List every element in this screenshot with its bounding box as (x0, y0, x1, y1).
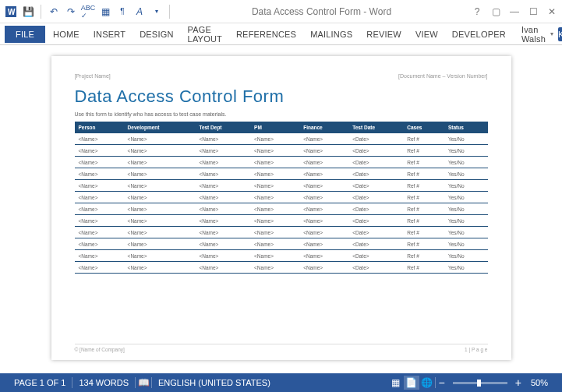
table-cell: <Date> (348, 250, 403, 262)
table-cell: Ref # (403, 180, 444, 192)
table-cell: Yes/No (444, 168, 488, 180)
table-cell: <Name> (250, 262, 299, 274)
table-cell: <Name> (75, 227, 124, 238)
qat-dropdown-icon[interactable]: ▾ (150, 5, 163, 18)
table-cell: <Name> (299, 262, 348, 274)
word-icon[interactable]: W (5, 5, 17, 18)
styles-icon[interactable]: ¶ (116, 5, 129, 18)
tab-review[interactable]: REVIEW (360, 26, 408, 43)
table-cell: <Name> (250, 250, 299, 262)
table-cell: <Name> (75, 180, 124, 192)
table-cell: <Date> (348, 238, 403, 250)
tab-file[interactable]: FILE (5, 26, 45, 43)
zoom-in-button[interactable]: + (512, 376, 525, 389)
close-icon[interactable]: ✕ (546, 6, 557, 17)
tab-view[interactable]: VIEW (409, 26, 444, 43)
table-cell: <Name> (124, 262, 196, 274)
col-header: Cases (403, 122, 444, 133)
table-cell: <Name> (195, 215, 250, 227)
table-row: <Name><Name><Name><Name><Name><Date>Ref … (75, 238, 488, 250)
table-cell: Yes/No (444, 215, 488, 227)
table-cell: <Date> (348, 157, 403, 168)
ribbon-options-icon[interactable]: ▢ (490, 6, 501, 17)
table-cell: Yes/No (444, 203, 488, 215)
minimize-icon[interactable]: — (509, 6, 520, 17)
quick-access-toolbar: W 💾 ↶ ↷ ABC✓ ▦ ¶ A ▾ (5, 5, 171, 19)
status-page[interactable]: PAGE 1 OF 1 (8, 378, 72, 387)
table-cell: <Name> (250, 203, 299, 215)
tab-design[interactable]: DESIGN (133, 26, 179, 43)
table-cell: <Name> (75, 215, 124, 227)
tab-developer[interactable]: DEVELOPER (446, 26, 512, 43)
redo-icon[interactable]: ↷ (65, 5, 77, 18)
col-header: Test Date (348, 122, 403, 133)
web-layout-icon[interactable]: 🌐 (419, 376, 435, 390)
table-cell: <Date> (348, 133, 403, 145)
undo-icon[interactable]: ↶ (48, 5, 60, 18)
table-cell: <Name> (195, 203, 250, 215)
table-cell: Ref # (403, 168, 444, 180)
col-header: Finance (299, 122, 348, 133)
table-cell: Yes/No (444, 227, 488, 238)
table-cell: Ref # (403, 192, 444, 203)
table-row: <Name><Name><Name><Name><Name><Date>Ref … (75, 192, 488, 203)
tab-page-layout[interactable]: PAGE LAYOUT (182, 21, 228, 48)
read-mode-icon[interactable]: ▦ (388, 376, 404, 390)
zoom-level[interactable]: 50% (525, 378, 554, 387)
tab-mailings[interactable]: MAILINGS (304, 26, 359, 43)
help-icon[interactable]: ? (472, 6, 482, 17)
table-cell: <Name> (124, 180, 196, 192)
font-icon[interactable]: A (133, 5, 146, 18)
table-row: <Name><Name><Name><Name><Name><Date>Ref … (75, 133, 488, 145)
proofing-icon[interactable]: 📖 (136, 376, 151, 390)
table-cell: <Name> (75, 192, 124, 203)
status-words[interactable]: 134 WORDS (72, 378, 135, 387)
table-cell: <Name> (195, 133, 250, 145)
tab-references[interactable]: REFERENCES (230, 26, 302, 43)
table-cell: Ref # (403, 133, 444, 145)
table-cell: Ref # (403, 262, 444, 274)
table-cell: <Date> (348, 145, 403, 157)
user-badge[interactable]: K (558, 27, 562, 41)
table-cell: <Name> (195, 192, 250, 203)
col-header: Test Dept (195, 122, 250, 133)
table-cell: <Name> (75, 145, 124, 157)
document-subtitle: Use this form to identify who has access… (75, 111, 488, 117)
table-cell: <Name> (250, 192, 299, 203)
user-dropdown-icon[interactable]: ▾ (550, 30, 553, 37)
table-cell: <Name> (75, 157, 124, 168)
zoom-slider[interactable] (453, 382, 507, 384)
table-cell: <Name> (124, 192, 196, 203)
document-page[interactable]: [Project Name] [Document Name – Version … (51, 56, 511, 360)
save-icon[interactable]: 💾 (22, 5, 34, 18)
table-cell: <Name> (124, 238, 196, 250)
table-cell: Ref # (403, 238, 444, 250)
zoom-out-button[interactable]: − (436, 376, 448, 389)
col-header: Development (124, 122, 196, 133)
table-row: <Name><Name><Name><Name><Name><Date>Ref … (75, 227, 488, 238)
table-cell: <Name> (299, 203, 348, 215)
table-cell: Ref # (403, 157, 444, 168)
table-cell: <Date> (348, 203, 403, 215)
separator (169, 5, 170, 19)
table-cell: <Name> (124, 203, 196, 215)
tab-home[interactable]: HOME (47, 26, 86, 43)
table-cell: <Date> (348, 192, 403, 203)
tab-insert[interactable]: INSERT (87, 26, 132, 43)
table-cell: <Date> (348, 215, 403, 227)
maximize-icon[interactable]: ☐ (528, 6, 539, 17)
spellcheck-icon[interactable]: ABC✓ (82, 5, 94, 18)
data-table: PersonDevelopmentTest DeptPMFinanceTest … (75, 122, 488, 274)
status-language[interactable]: ENGLISH (UNITED STATES) (152, 378, 277, 387)
user-name[interactable]: Ivan Walsh (515, 21, 549, 48)
table-cell: <Name> (250, 145, 299, 157)
document-canvas: [Project Name] [Document Name – Version … (0, 45, 562, 369)
footer-right: 1 | P a g e (465, 347, 487, 352)
table-cell: <Name> (250, 168, 299, 180)
table-cell: Ref # (403, 215, 444, 227)
table-cell: <Name> (195, 238, 250, 250)
table-cell: <Name> (299, 180, 348, 192)
print-layout-icon[interactable]: 📄 (404, 376, 419, 390)
table-icon[interactable]: ▦ (99, 5, 111, 18)
header-left: [Project Name] (75, 73, 111, 79)
